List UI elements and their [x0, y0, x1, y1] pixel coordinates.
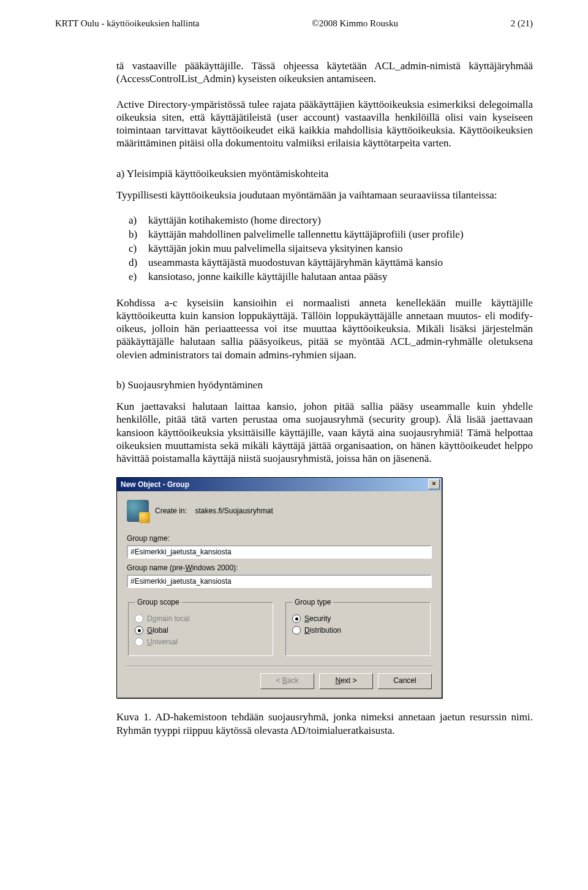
label-text: indows 2000):	[192, 564, 238, 572]
btn-text: ext >	[341, 676, 356, 685]
dialog-titlebar[interactable]: New Object - Group ×	[117, 478, 442, 491]
situations-list: a) käyttäjän kotihakemisto (home directo…	[116, 214, 533, 284]
section-a-title: a) Yleisimpiä käyttöoikeuksien myöntämis…	[116, 167, 533, 180]
radio-icon	[292, 614, 301, 623]
paragraph-4: Kohdissa a-c kyseisiin kansioihin ei nor…	[116, 296, 533, 361]
btn-text: <	[276, 676, 282, 685]
section-b-title: b) Suojausryhmien hyödyntäminen	[116, 379, 533, 391]
header-left: KRTT Oulu - käyttöoikeuksien hallinta	[55, 18, 199, 29]
create-in-value: stakes.fi/Suojausryhmat	[195, 507, 273, 515]
btn-text: ack	[287, 676, 299, 685]
group-type-fieldset: Group type Security Distribution	[285, 598, 431, 656]
radio-accel: G	[147, 626, 153, 635]
radio-text: niversal	[153, 638, 178, 646]
group-name-input[interactable]	[127, 545, 432, 559]
radio-text: D	[147, 614, 153, 623]
scope-universal-radio[interactable]: Universal	[135, 638, 266, 646]
radio-icon	[292, 626, 301, 635]
cancel-button[interactable]: Cancel	[378, 673, 432, 689]
radio-icon	[135, 614, 143, 623]
label-text: me:	[157, 534, 170, 543]
list-item: b) käyttäjän mahdollinen palvelimelle ta…	[116, 228, 533, 242]
group-name-pre2000-label: Group name (pre-Windows 2000):	[127, 564, 432, 572]
page-header: KRTT Oulu - käyttöoikeuksien hallinta ©2…	[55, 18, 533, 29]
label-text: Group n	[127, 534, 153, 543]
list-marker: a)	[129, 214, 148, 228]
group-name-label: Group name:	[127, 534, 432, 543]
paragraph-5: Kun jaettavaksi halutaan laittaa kansio,…	[116, 400, 533, 465]
next-button[interactable]: Next >	[319, 673, 373, 689]
group-scope-legend: Group scope	[135, 598, 182, 606]
label-text: Group name (pre-	[127, 564, 185, 572]
type-distribution-radio[interactable]: Distribution	[292, 626, 424, 635]
radio-accel: U	[147, 638, 153, 646]
list-text: käyttäjän mahdollinen palvelimelle talle…	[148, 228, 464, 242]
btn-accel: B	[282, 676, 287, 685]
radio-icon	[135, 626, 143, 635]
dialog-title: New Object - Group	[121, 480, 189, 489]
paragraph-1: tä vastaaville pääkäyttäjille. Tässä ohj…	[116, 59, 533, 86]
list-item: e) kansiotaso, jonne kaikille käyttäjill…	[116, 270, 533, 284]
group-name-pre2000-input[interactable]	[127, 575, 432, 588]
list-text: käyttäjän kotihakemisto (home directory)	[148, 214, 321, 228]
list-text: kansiotaso, jonne kaikille käyttäjille h…	[148, 270, 387, 284]
list-item: c) käyttäjän jokin muu palvelimella sija…	[116, 242, 533, 256]
create-in-label: Create in:	[155, 507, 187, 515]
scope-global-radio[interactable]: Global	[135, 626, 266, 635]
list-text: käyttäjän jokin muu palvelimella sijaits…	[148, 242, 402, 256]
label-accel: W	[185, 564, 192, 572]
group-type-legend: Group type	[292, 598, 333, 606]
list-marker: d)	[129, 256, 148, 270]
close-icon[interactable]: ×	[428, 479, 440, 489]
radio-icon	[135, 638, 143, 646]
type-security-radio[interactable]: Security	[292, 614, 424, 623]
paragraph-2: Active Directory-ympäristössä tulee raja…	[116, 98, 533, 150]
list-item: a) käyttäjän kotihakemisto (home directo…	[116, 214, 533, 228]
figure-caption: Kuva 1. AD-hakemistoon tehdään suojausry…	[116, 711, 533, 737]
radio-accel: S	[304, 614, 309, 623]
list-marker: b)	[129, 228, 148, 242]
radio-text: istribution	[310, 626, 341, 635]
back-button[interactable]: < Back	[260, 673, 314, 689]
list-marker: e)	[129, 270, 148, 284]
radio-text: lobal	[153, 626, 168, 635]
user-group-icon	[127, 500, 149, 522]
btn-accel: N	[335, 676, 341, 685]
dialog-separator	[126, 666, 433, 667]
header-center: ©2008 Kimmo Rousku	[312, 18, 398, 29]
list-text: useammasta käyttäjästä muodostuvan käytt…	[148, 256, 443, 270]
scope-domain-local-radio[interactable]: Domain local	[135, 614, 266, 623]
radio-text: main local	[156, 614, 189, 623]
paragraph-3: Tyypillisesti käyttöoikeuksia joudutaan …	[116, 189, 533, 202]
new-object-group-dialog: New Object - Group × Create in: stakes.f…	[116, 477, 442, 698]
radio-text: ecurity	[309, 614, 331, 623]
group-scope-fieldset: Group scope Domain local Global Universa…	[128, 598, 273, 656]
radio-accel: D	[304, 626, 310, 635]
list-marker: c)	[129, 242, 148, 256]
list-item: d) useammasta käyttäjästä muodostuvan kä…	[116, 256, 533, 270]
header-right: 2 (21)	[511, 18, 533, 29]
